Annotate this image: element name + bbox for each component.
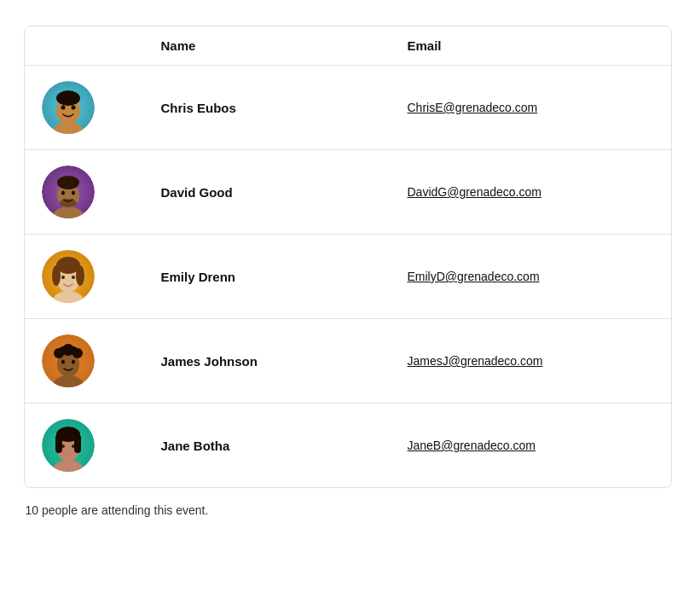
svg-point-3 [61, 106, 65, 110]
person-email-jane[interactable]: JaneB@grenadeco.com [408, 439, 654, 452]
attendee-count: 10 people are attending this event. [24, 503, 672, 517]
svg-point-25 [72, 360, 75, 364]
column-header-email: Email [408, 38, 654, 53]
table-body: Chris Eubos ChrisE@grenadeco.com David G… [25, 66, 671, 487]
svg-point-20 [76, 265, 84, 286]
person-name-james: James Johnson [161, 354, 408, 369]
svg-point-11 [60, 199, 77, 207]
svg-point-24 [61, 360, 65, 364]
svg-point-16 [61, 276, 65, 279]
person-name-emily: Emily Drenn [161, 270, 408, 284]
svg-point-17 [72, 276, 75, 279]
table-header: Name Email [25, 26, 671, 66]
svg-point-5 [56, 90, 80, 106]
table-row: Emily Drenn EmilyD@grenadeco.com [25, 235, 671, 319]
person-email-james[interactable]: JamesJ@grenadeco.com [408, 354, 654, 368]
svg-point-12 [57, 176, 79, 189]
svg-rect-38 [74, 434, 81, 453]
table-row: David Good DavidG@grenadeco.com [25, 150, 671, 235]
avatar-emily [42, 250, 95, 303]
people-table: Name Email Chris Eubos ChrisE@grenadeco.… [24, 26, 672, 488]
svg-point-4 [71, 106, 75, 110]
table-row: James Johnson JamesJ@grenadeco.com [25, 319, 671, 404]
avatar-david [42, 166, 95, 218]
table-row: Jane Botha JaneB@grenadeco.com [25, 404, 671, 487]
svg-point-10 [72, 191, 75, 195]
svg-point-30 [69, 346, 78, 355]
avatar-jane [42, 419, 95, 472]
person-email-emily[interactable]: EmilyD@grenadeco.com [408, 270, 654, 283]
person-name-jane: Jane Botha [161, 439, 408, 453]
svg-rect-37 [55, 434, 62, 453]
avatar-chris [42, 81, 95, 134]
person-email-david[interactable]: DavidG@grenadeco.com [408, 185, 654, 199]
column-header-name: Name [161, 38, 408, 53]
person-name-david: David Good [161, 185, 408, 200]
person-email-chris[interactable]: ChrisE@grenadeco.com [408, 101, 654, 114]
svg-point-29 [59, 346, 67, 355]
svg-point-9 [61, 191, 65, 195]
person-name-chris: Chris Eubos [161, 101, 408, 115]
table-row: Chris Eubos ChrisE@grenadeco.com [25, 66, 671, 150]
avatar-james [42, 334, 95, 387]
svg-point-19 [52, 265, 61, 286]
